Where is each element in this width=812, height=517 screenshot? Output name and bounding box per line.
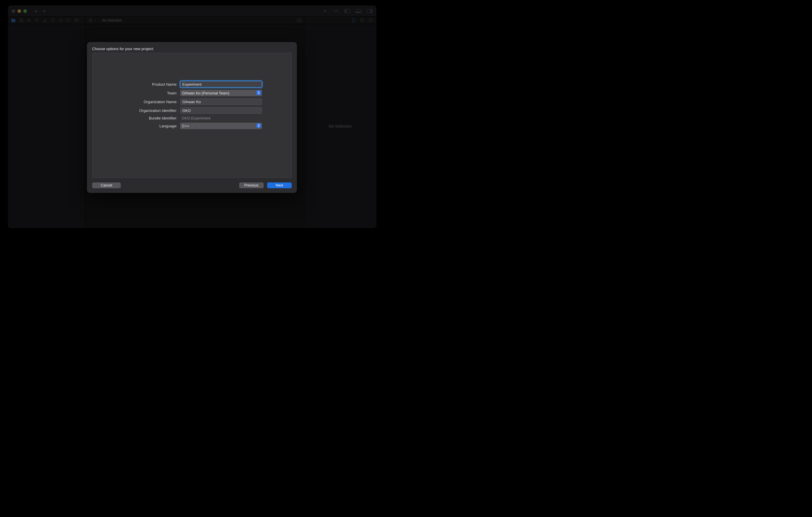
project-navigator-icon[interactable] bbox=[11, 18, 16, 23]
related-items-icon[interactable] bbox=[88, 18, 92, 23]
code-review-icon[interactable] bbox=[333, 9, 340, 13]
product-name-input[interactable] bbox=[180, 81, 262, 87]
inspector-panel: No Selection bbox=[304, 24, 376, 228]
secondary-toolbar: ‹ › No Selection bbox=[8, 17, 376, 24]
inspector-no-selection: No Selection bbox=[329, 124, 352, 128]
organization-name-input[interactable] bbox=[180, 98, 262, 105]
language-popup[interactable]: C++ bbox=[180, 123, 262, 129]
language-label: Language: bbox=[122, 124, 177, 128]
svg-rect-3 bbox=[356, 11, 361, 13]
product-name-label: Product Name: bbox=[122, 82, 177, 87]
svg-point-12 bbox=[35, 19, 38, 21]
new-project-sheet: Choose options for your new project: Pro… bbox=[87, 42, 297, 193]
plus-icon[interactable] bbox=[322, 9, 328, 13]
svg-rect-18 bbox=[89, 21, 90, 22]
svg-rect-1 bbox=[345, 9, 347, 13]
svg-rect-14 bbox=[59, 21, 62, 21]
file-inspector-icon[interactable] bbox=[351, 18, 356, 23]
debug-navigator-icon[interactable] bbox=[58, 18, 63, 23]
test-navigator-icon[interactable] bbox=[51, 18, 55, 23]
team-label: Team: bbox=[122, 91, 177, 95]
svg-rect-6 bbox=[11, 19, 16, 22]
project-options-form: Product Name: Team: Gihwan Ko (Personal … bbox=[122, 81, 262, 129]
svg-rect-16 bbox=[89, 19, 90, 20]
titlebar: ▶ ■ bbox=[8, 5, 376, 17]
organization-identifier-input[interactable] bbox=[180, 107, 262, 114]
next-button[interactable]: Next bbox=[267, 182, 292, 188]
zoom-window-button[interactable] bbox=[23, 9, 27, 13]
chevron-up-down-icon bbox=[256, 90, 261, 95]
previous-button[interactable]: Previous bbox=[239, 182, 264, 188]
breadcrumb-no-selection: No Selection bbox=[102, 18, 122, 23]
svg-rect-17 bbox=[91, 19, 92, 20]
history-inspector-icon[interactable] bbox=[360, 18, 364, 23]
left-panel-icon[interactable] bbox=[344, 9, 351, 13]
organization-identifier-label: Organization Identifier: bbox=[122, 109, 177, 113]
window-controls bbox=[12, 9, 27, 13]
svg-rect-7 bbox=[11, 19, 13, 20]
svg-rect-5 bbox=[370, 9, 372, 13]
cancel-button[interactable]: Cancel bbox=[92, 182, 121, 188]
sheet-buttons: Cancel Previous Next bbox=[92, 182, 292, 188]
navigator-sidebar bbox=[8, 24, 86, 228]
source-control-navigator-icon[interactable] bbox=[19, 18, 23, 23]
language-value: C++ bbox=[182, 124, 189, 128]
report-navigator-icon[interactable] bbox=[74, 18, 79, 23]
svg-rect-13 bbox=[59, 20, 62, 20]
find-navigator-icon[interactable] bbox=[35, 18, 39, 23]
bundle-identifier-label: Bundle Identifier: bbox=[122, 116, 177, 120]
nav-back-icon[interactable]: ‹ bbox=[95, 18, 96, 23]
symbol-navigator-icon[interactable] bbox=[27, 18, 31, 23]
close-window-button[interactable] bbox=[12, 9, 15, 13]
help-inspector-icon[interactable] bbox=[368, 18, 373, 23]
team-popup[interactable]: Gihwan Ko (Personal Team) bbox=[180, 90, 262, 96]
team-value: Gihwan Ko (Personal Team) bbox=[182, 91, 229, 95]
svg-rect-19 bbox=[91, 21, 92, 22]
bottom-panel-icon[interactable] bbox=[355, 9, 362, 13]
run-stop-group: ▶ ■ bbox=[35, 9, 46, 13]
organization-name-label: Organization Name: bbox=[122, 100, 177, 104]
sheet-content-frame: Product Name: Team: Gihwan Ko (Personal … bbox=[92, 53, 292, 178]
run-icon[interactable]: ▶ bbox=[35, 9, 38, 13]
issue-navigator-icon[interactable] bbox=[42, 18, 47, 23]
stop-icon[interactable]: ■ bbox=[43, 9, 46, 13]
sheet-title: Choose options for your new project: bbox=[92, 47, 292, 51]
chevron-up-down-icon bbox=[256, 123, 261, 128]
minimize-window-button[interactable] bbox=[18, 9, 21, 13]
bundle-identifier-value: GKO.Experiment bbox=[180, 116, 262, 120]
right-panel-icon[interactable] bbox=[366, 9, 373, 13]
breakpoint-navigator-icon[interactable] bbox=[66, 18, 70, 23]
nav-forward-icon[interactable]: › bbox=[98, 18, 99, 23]
editor-layout-icon[interactable] bbox=[297, 18, 301, 23]
